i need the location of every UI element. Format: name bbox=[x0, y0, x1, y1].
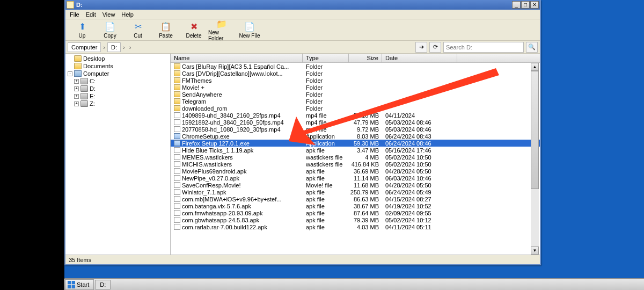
refresh-button[interactable]: ⟳ bbox=[429, 42, 441, 53]
breadcrumb-computer[interactable]: Computer bbox=[68, 42, 101, 52]
file-size: 87.64 MB bbox=[349, 210, 382, 216]
file-rows: Cars [BluRay Rip][AC3 5.1 Español Ca...F… bbox=[171, 63, 540, 230]
file-date: 05/02/2024 10:12 bbox=[382, 217, 457, 223]
toolbar-copy-button[interactable]: 📄Copy bbox=[97, 21, 123, 39]
file-row[interactable]: com.mb]MBWA+iOS+v9.96+by+stef...apk file… bbox=[171, 195, 540, 202]
file-row[interactable]: Cars [DVDrip][Castellano][www.lokot...Fo… bbox=[171, 70, 540, 77]
scroll-down-button[interactable]: ▼ bbox=[531, 247, 539, 255]
tree-expander[interactable]: + bbox=[74, 94, 79, 99]
file-date: 04/19/2024 10:52 bbox=[382, 203, 457, 209]
tree-expander[interactable]: + bbox=[74, 79, 79, 84]
file-icon bbox=[174, 154, 180, 160]
toolbar-up-button[interactable]: ⬆Up bbox=[69, 21, 96, 39]
column-name[interactable]: Name bbox=[171, 54, 303, 62]
menu-help[interactable]: Help bbox=[121, 11, 134, 18]
file-name: 15921892-uhd_3840_2160_50fps.mp4 bbox=[182, 119, 284, 126]
file-row[interactable]: MEMES.wastickerswastickers file4 MB05/02… bbox=[171, 154, 540, 161]
tree-item-e[interactable]: +E: bbox=[73, 92, 169, 100]
column-type[interactable]: Type bbox=[303, 54, 349, 62]
toolbar-new-file-button[interactable]: 📄New File bbox=[236, 21, 263, 39]
tree-label: E: bbox=[90, 93, 95, 99]
file-row[interactable]: com.fmwhatsapp-20.93.09.apkapk file87.64… bbox=[171, 209, 540, 216]
search-input[interactable] bbox=[443, 42, 524, 53]
tree-item-c[interactable]: +C: bbox=[73, 77, 169, 85]
file-row[interactable]: MoviePlus69android.apkapk file36.69 MB04… bbox=[171, 168, 540, 175]
file-date: 05/02/2024 10:50 bbox=[382, 154, 457, 161]
tree-item-documents[interactable]: Documents bbox=[67, 62, 169, 70]
column-size[interactable]: Size bbox=[349, 54, 382, 62]
folder-icon bbox=[174, 84, 180, 90]
file-row[interactable]: com.rarlab.rar-7.00.build122.apkapk file… bbox=[171, 223, 540, 230]
drive-icon bbox=[80, 93, 88, 99]
taskbar-item[interactable]: D: bbox=[95, 280, 111, 289]
file-row[interactable]: Movie! +Folder bbox=[171, 84, 540, 91]
toolbar-new-folder-button[interactable]: 📁New Folder bbox=[208, 18, 235, 41]
file-row[interactable]: com.gbwhatsapp-24.5.83.apkapk file79.39 … bbox=[171, 216, 540, 223]
file-type: apk file bbox=[303, 147, 349, 154]
file-type: Folder bbox=[303, 98, 349, 105]
file-icon bbox=[174, 203, 180, 209]
file-type: Movie! file bbox=[303, 182, 349, 189]
file-row[interactable]: Hide Blue Ticks_1.1.19.apkapk file3.47 M… bbox=[171, 147, 540, 154]
maximize-button[interactable]: □ bbox=[521, 1, 530, 9]
breadcrumb-d[interactable]: D: bbox=[107, 42, 121, 52]
tree-item-computer[interactable]: -Computer bbox=[67, 70, 169, 77]
tree-label: D: bbox=[90, 85, 96, 92]
tree-expander[interactable]: + bbox=[74, 102, 79, 106]
file-name: MoviePlus69android.apk bbox=[182, 168, 246, 175]
file-row[interactable]: 15921892-uhd_3840_2160_50fps.mp4mp4 file… bbox=[171, 119, 540, 126]
file-row[interactable]: ChromeSetup.exeApplication8.03 MB06/24/2… bbox=[171, 133, 540, 140]
start-button[interactable]: Start bbox=[65, 279, 94, 290]
window-icon bbox=[67, 1, 74, 9]
search-icon[interactable]: 🔍 bbox=[526, 42, 538, 53]
tree-expander[interactable]: - bbox=[68, 71, 72, 76]
file-size: 11.14 MB bbox=[349, 175, 382, 182]
breadcrumb-sep: › bbox=[102, 44, 106, 50]
file-name: downloaded_rom bbox=[182, 105, 227, 112]
titlebar[interactable]: D: _ □ ✕ bbox=[65, 0, 540, 10]
tree-expander[interactable]: + bbox=[74, 86, 79, 91]
file-row[interactable]: Cars [BluRay Rip][AC3 5.1 Español Ca...F… bbox=[171, 63, 540, 70]
file-row[interactable]: MICHIS.wastickerswastickers file416.84 K… bbox=[171, 161, 540, 168]
file-row[interactable]: downloaded_romFolder bbox=[171, 105, 540, 112]
minimize-button[interactable]: _ bbox=[512, 1, 521, 9]
delete-icon: ✖ bbox=[188, 21, 199, 32]
file-row[interactable]: 20770858-hd_1080_1920_30fps.mp4mp4 file9… bbox=[171, 126, 540, 133]
file-name: Winlator_7.1.apk bbox=[182, 189, 226, 195]
file-type: Folder bbox=[303, 77, 349, 84]
file-date: 04/11/2024 bbox=[382, 112, 457, 119]
tree-item-z[interactable]: +Z: bbox=[73, 100, 169, 107]
toolbar-delete-button[interactable]: ✖Delete bbox=[180, 21, 207, 39]
tree-item-desktop[interactable]: Desktop bbox=[67, 55, 169, 62]
toolbar-cut-button[interactable]: ✂Cut bbox=[125, 21, 151, 39]
menu-view[interactable]: View bbox=[103, 11, 115, 18]
file-row[interactable]: TelegramFolder bbox=[171, 98, 540, 105]
toolbar-paste-button[interactable]: 📋Paste bbox=[152, 21, 179, 39]
file-size: 8.03 MB bbox=[349, 133, 382, 140]
file-row[interactable]: com.batanga.vix-5.7.6.apkapk file38.67 M… bbox=[171, 202, 540, 209]
file-row[interactable]: 1409899-uhd_3840_2160_25fps.mp4mp4 file5… bbox=[171, 112, 540, 119]
folder-icon bbox=[174, 91, 180, 97]
file-row[interactable]: FMThemesFolder bbox=[171, 77, 540, 84]
file-row[interactable]: SendAnywhereFolder bbox=[171, 91, 540, 98]
go-button[interactable]: ➔ bbox=[415, 42, 427, 53]
file-row[interactable]: Winlator_7.1.apkapk file250.79 MB06/24/2… bbox=[171, 189, 540, 195]
file-row[interactable]: Firefox Setup 127.0.1.exeApplication59.3… bbox=[171, 140, 540, 147]
file-name: SendAnywhere bbox=[182, 91, 222, 98]
column-date[interactable]: Date bbox=[382, 54, 457, 62]
file-row[interactable]: SaveConfResp.Movie!Movie! file11.68 MB04… bbox=[171, 182, 540, 189]
menu-file[interactable]: File bbox=[70, 11, 79, 18]
file-size: 3.47 MB bbox=[349, 147, 382, 154]
tree-item-d[interactable]: +D: bbox=[73, 85, 169, 92]
scroll-up-button[interactable]: ▲ bbox=[531, 63, 539, 71]
file-date: 06/24/2024 08:43 bbox=[382, 133, 457, 140]
close-button[interactable]: ✕ bbox=[530, 1, 539, 9]
file-name: FMThemes bbox=[182, 77, 212, 84]
scroll-thumb[interactable] bbox=[531, 71, 539, 189]
scrollbar[interactable]: ▲ ▼ bbox=[531, 63, 539, 255]
file-type: apk file bbox=[303, 224, 349, 230]
new-file-icon: 📄 bbox=[244, 21, 255, 32]
file-type: mp4 file bbox=[303, 112, 349, 119]
menu-edit[interactable]: Edit bbox=[86, 11, 96, 18]
file-row[interactable]: NewPipe_v0.27.0.apkapk file11.14 MB06/03… bbox=[171, 175, 540, 182]
